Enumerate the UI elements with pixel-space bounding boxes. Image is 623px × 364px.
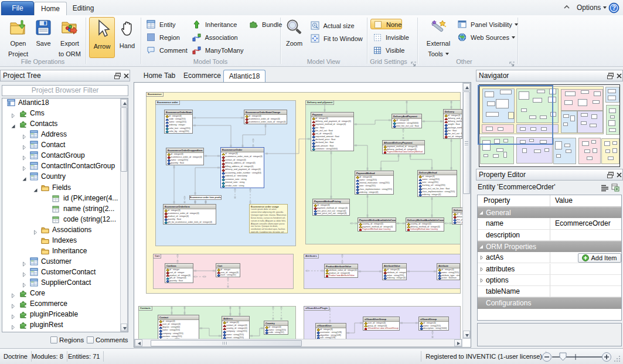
property-row-attributes[interactable]: attributes (478, 264, 621, 275)
grid-settings-dialog-launcher[interactable] (411, 59, 417, 65)
scrollbar-thumb[interactable] (151, 340, 302, 346)
navigator-minimap[interactable] (479, 84, 620, 167)
diagram-entity-attribute[interactable]: Attributeid : integer(4)name : string(25… (437, 263, 460, 280)
tree-item-pluginrest[interactable]: pluginRest (2, 319, 128, 330)
open-project-button[interactable]: Open Project (5, 17, 32, 57)
diagram-entity-ecommerceorderstatechange[interactable]: EcommerceOrderStateChangeid : integer(4)… (244, 110, 287, 124)
expander-closed-icon[interactable] (22, 145, 27, 150)
minimap-viewport[interactable] (478, 85, 553, 145)
diagram-entity-paymentmethodavailableincountry[interactable]: PaymentMethodAvailableInCountrycountry_i… (358, 217, 396, 232)
select-rows-icon[interactable] (601, 183, 608, 191)
tree-item-fields[interactable]: Fields (2, 182, 128, 193)
tree-item-plugintranslatable[interactable]: pluginTranslatable (2, 331, 128, 332)
save-button[interactable]: Save (33, 17, 53, 57)
diagram-entity-attributevalue[interactable]: AttributeValueid : integer(4)attribute_i… (382, 263, 407, 280)
project-tree-scrollbar[interactable] (120, 98, 128, 332)
entity-tool-button[interactable]: Entity (147, 19, 176, 30)
expander-closed-icon[interactable] (22, 134, 27, 140)
tab-editing[interactable]: Editing (67, 2, 100, 15)
expander-closed-icon[interactable] (11, 293, 16, 298)
close-icon[interactable] (615, 171, 623, 179)
fit-to-window-button[interactable]: Fit to Window (311, 33, 363, 44)
diagram-entity-cartitem[interactable]: CartItemid : integercart_id : integerpro… (165, 263, 193, 283)
expander-closed-icon[interactable] (11, 325, 16, 330)
diagram-entity-paymentmethodpricing[interactable]: PaymentMethodPricingid : integer(4)payme… (312, 199, 350, 216)
diagram-entity-deliverymethodavailableincountry[interactable]: DeliveryMethodAvailableInCountrycountry_… (406, 217, 444, 232)
scroll-up-button[interactable] (463, 83, 470, 91)
grid-visible-button[interactable]: Visible (373, 45, 404, 56)
diagram-entity-deliverymethod[interactable]: DeliveryMethodid : integer(4)name : stri… (417, 170, 457, 197)
other-dialog-launcher[interactable] (509, 59, 515, 65)
diagram-entity-deliveryandpayment[interactable]: DeliveryAndPaymentid : integer(4)comment… (391, 114, 422, 128)
help-button[interactable]: ? (608, 2, 619, 16)
inheritance-tool-button[interactable]: Inheritance (192, 19, 237, 30)
scrollbar-thumb[interactable] (463, 91, 470, 194)
bundle-tool-button[interactable]: Bundle (248, 19, 282, 30)
tree-item-name-string-2-[interactable]: name (string(2... (2, 203, 128, 214)
tree-item-contacts[interactable]: Contacts (2, 118, 128, 129)
scroll-down-button[interactable] (463, 331, 470, 338)
association-tool-button[interactable]: Association (192, 32, 238, 43)
property-row-name[interactable]: nameEcommerceOrder (478, 218, 621, 229)
panel-visibility-button[interactable]: Panel Visibility (458, 19, 518, 30)
scroll-down-button[interactable] (121, 324, 127, 331)
diagram-entity-country[interactable]: Countryid : integer(4)name : string(255)… (264, 321, 288, 335)
ribbon-collapse-button[interactable] (563, 3, 573, 13)
add-property-icon[interactable] (611, 183, 619, 191)
undock-icon[interactable] (607, 72, 614, 80)
canvas-vscrollbar[interactable] (462, 83, 471, 339)
tree-item-core[interactable]: Core (2, 288, 128, 298)
tree-item-code-string-12-[interactable]: code (string(12... (2, 214, 128, 224)
actual-size-button[interactable]: Actual size (311, 21, 355, 31)
tree-item-indexes[interactable]: Indexes (2, 235, 128, 246)
tree-item-suppliercontact[interactable]: SupplierContact (2, 277, 128, 288)
scroll-up-button[interactable] (121, 99, 127, 107)
canvas-tab-ecommerce[interactable]: Ecommerce (180, 70, 224, 83)
diagram-entity-cart[interactable]: Cartid : integeruser_id : integer(4)hash… (216, 263, 240, 277)
close-icon[interactable] (122, 72, 130, 80)
file-menu-button[interactable]: File (1, 1, 34, 16)
tree-item-pluginpriceable[interactable]: pluginPriceable (2, 309, 128, 319)
region-tool-button[interactable]: Region (147, 32, 180, 43)
expander-open-icon[interactable] (11, 124, 16, 129)
diagram-entity-delivery[interactable]: Deliveryid : integer(4)delivery_and_paym… (443, 109, 462, 139)
property-group-general[interactable]: General (478, 207, 621, 218)
tree-item-address[interactable]: Address (2, 129, 128, 140)
diagram-entity-ecommerceorder[interactable]: EcommerceOrderid : integer(4)ecommerce_o… (220, 147, 264, 188)
diagram-comment[interactable]: Ecommerce order usageLorem ipsum dolor s… (249, 204, 288, 233)
comment-tool-button[interactable]: Comment (147, 45, 188, 56)
scroll-left-button[interactable] (135, 339, 142, 346)
expander-closed-icon[interactable] (22, 166, 27, 171)
diagram-entity-contact[interactable]: Contactid : integer(4)user_id : integer(… (158, 315, 199, 339)
diagram-canvas[interactable]: EcommerceEcommerce orderDelivery and pay… (134, 83, 462, 339)
diagram-entity-payment[interactable]: Paymentid : integer(4)delivery_and_payme… (311, 112, 354, 151)
diagram-entity-sfguardgroup[interactable]: sfGuardGroupid : integer(4)name : string… (418, 317, 449, 331)
grid-none-button[interactable]: None (370, 19, 402, 29)
scroll-right-button[interactable] (454, 339, 462, 346)
property-group-configurations[interactable]: Configurations (478, 297, 621, 308)
diagram-entity-ecommerceorderdroppeditem[interactable]: EcommerceOrderDroppedItemid : integer(4)… (166, 148, 204, 165)
tree-item-contactincontactgroup[interactable]: ContactInContactGroup (2, 161, 128, 171)
expander-closed-icon[interactable] (11, 304, 16, 309)
external-tools-button[interactable]: ExternalTools (423, 17, 454, 57)
diagram-association-label[interactable]: Ecommerce order item product (189, 195, 222, 200)
expander-closed-icon[interactable] (22, 272, 27, 277)
tree-item-customercontact[interactable]: CustomerContact (2, 267, 128, 277)
export-to-orm-button[interactable]: Export to ORM (57, 17, 83, 57)
diagram-entity-address[interactable]: Addressid : integer(4)contact_id : integ… (222, 316, 250, 339)
property-row-tablename[interactable]: tableName (478, 286, 621, 297)
tree-item-customer[interactable]: Customer (2, 256, 128, 267)
diagram-entity-sfguarduser[interactable]: sfGuardUserid : integer(4)username : str… (315, 323, 346, 339)
tree-item-id-pk-integer-4-[interactable]: id (PK,integer(4... (2, 193, 128, 203)
diagram-entity-ecommerceorderstate[interactable]: EcommerceOrderStateid : integer(4)code :… (164, 110, 193, 134)
undock-icon[interactable] (607, 171, 614, 179)
manytomany-tool-button[interactable]: ManyToMany (192, 45, 243, 56)
close-icon[interactable] (615, 72, 623, 80)
property-group-orm-properties[interactable]: ORM Properties (478, 241, 621, 252)
regions-checkbox[interactable] (50, 336, 57, 343)
arrow-tool-button[interactable]: Arrow (89, 17, 115, 58)
options-menu[interactable]: Options (577, 3, 607, 13)
property-row-actas[interactable]: actAsAdd Item (478, 252, 621, 263)
tree-item-country[interactable]: Country (2, 171, 128, 182)
tree-item-inheritance[interactable]: Inheritance (2, 246, 128, 256)
